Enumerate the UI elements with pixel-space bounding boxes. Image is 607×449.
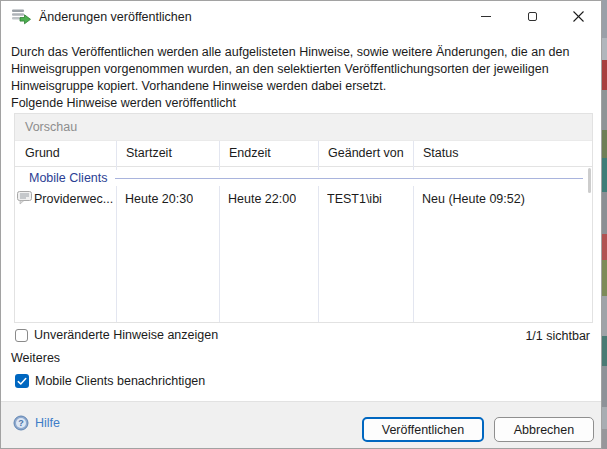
- minimize-button[interactable]: [463, 1, 509, 32]
- cell-status: Neu (Heute 09:52): [422, 192, 525, 206]
- column-header-geaendert-von[interactable]: Geändert von: [318, 141, 413, 166]
- dialog-footer: ? Hilfe Veröffentlichen Abbrechen: [1, 401, 601, 448]
- column-separator: [219, 141, 220, 322]
- cell-endzeit: Heute 22:00: [228, 192, 296, 206]
- weiteres-heading: Weiteres: [11, 351, 60, 365]
- help-link[interactable]: ? Hilfe: [13, 415, 60, 431]
- preview-table: Vorschau Grund Startzeit Endzeit Geänder…: [14, 113, 593, 323]
- notify-mobile-checkbox[interactable]: [15, 374, 29, 388]
- list-subheading: Folgende Hinweise werden veröffentlicht: [11, 96, 236, 110]
- column-separator: [318, 141, 319, 322]
- help-icon: ?: [13, 415, 29, 431]
- group-divider-line: [115, 178, 583, 179]
- caption-buttons: [463, 1, 601, 32]
- screenshot-root: Änderungen veröffentlichen Durch das Ver…: [0, 0, 607, 449]
- maximize-icon: [528, 12, 537, 21]
- preview-caption: Vorschau: [15, 114, 592, 141]
- scrollbar-thumb[interactable]: [588, 168, 591, 193]
- publish-notes-icon: [11, 8, 32, 25]
- maximize-button[interactable]: [509, 1, 555, 32]
- cell-geaendert-von: TEST1\ibi: [327, 192, 382, 206]
- show-unchanged-label: Unveränderte Hinweise anzeigen: [34, 328, 218, 342]
- window-title: Änderungen veröffentlichen: [39, 10, 192, 24]
- table-body: Mobile Clients Providerwec...: [15, 167, 592, 322]
- column-header-endzeit[interactable]: Endzeit: [219, 141, 318, 166]
- column-separator: [116, 141, 117, 322]
- checkmark-icon: [17, 377, 27, 386]
- column-header-status[interactable]: Status: [413, 141, 592, 166]
- note-bubble-icon: [17, 191, 33, 208]
- column-separator: [413, 141, 414, 322]
- svg-text:?: ?: [18, 418, 24, 428]
- help-label: Hilfe: [35, 416, 60, 430]
- publish-changes-dialog: Änderungen veröffentlichen Durch das Ver…: [0, 0, 602, 449]
- visible-count: 1/1 sichtbar: [525, 329, 590, 343]
- publish-button[interactable]: Veröffentlichen: [362, 417, 484, 442]
- cell-startzeit: Heute 20:30: [125, 192, 193, 206]
- close-button[interactable]: [555, 1, 601, 32]
- table-header-row: Grund Startzeit Endzeit Geändert von Sta…: [15, 141, 592, 167]
- notify-mobile-option[interactable]: Mobile Clients benachrichtigen: [15, 374, 205, 388]
- table-row[interactable]: Providerwec... Heute 20:30 Heute 22:00 T…: [15, 188, 592, 212]
- group-label: Mobile Clients: [29, 171, 108, 185]
- minimize-icon: [481, 16, 491, 17]
- notify-mobile-label: Mobile Clients benachrichtigen: [35, 374, 205, 388]
- show-unchanged-checkbox[interactable]: [15, 329, 28, 342]
- cell-grund: Providerwec...: [34, 192, 114, 206]
- column-header-startzeit[interactable]: Startzeit: [116, 141, 219, 166]
- background-app-sliver: [602, 0, 607, 449]
- group-row-mobile-clients[interactable]: Mobile Clients: [15, 170, 588, 186]
- column-header-grund[interactable]: Grund: [15, 141, 116, 166]
- cancel-button[interactable]: Abbrechen: [494, 417, 594, 442]
- close-icon: [573, 11, 584, 22]
- titlebar: Änderungen veröffentlichen: [1, 1, 601, 32]
- dialog-description: Durch das Veröffentlichen werden alle au…: [11, 44, 593, 95]
- show-unchanged-option[interactable]: Unveränderte Hinweise anzeigen: [15, 328, 218, 342]
